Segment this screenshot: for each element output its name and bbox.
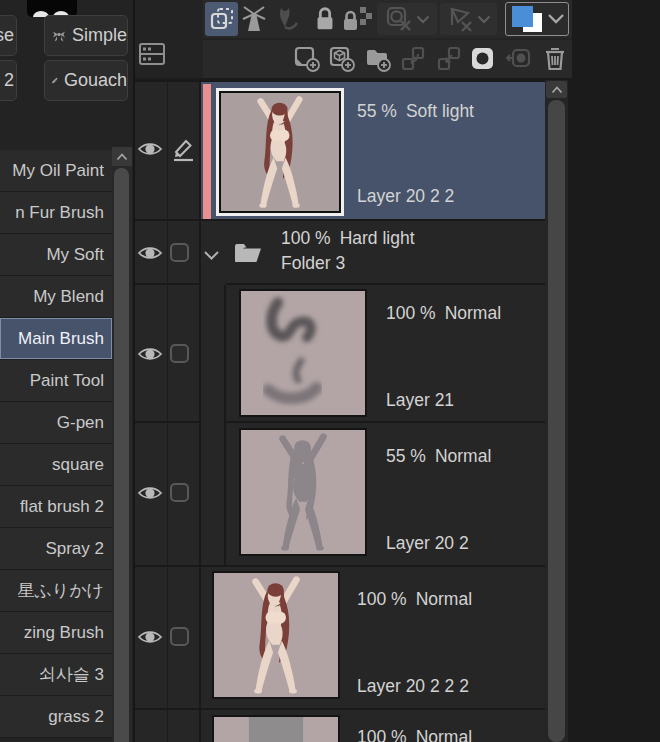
layer-checkbox[interactable] <box>170 243 189 262</box>
layer-thumbnail[interactable] <box>212 715 340 742</box>
brush-item[interactable]: My Blend <box>0 276 112 318</box>
brush-item[interactable]: 星ふりかけ <box>0 570 112 612</box>
layer-thumbnail[interactable] <box>216 88 344 216</box>
chevron-up-icon <box>116 153 128 161</box>
layer-visibility-eye-icon[interactable] <box>137 140 163 162</box>
correct-line-icon[interactable] <box>269 3 301 35</box>
palette-list-icon[interactable] <box>138 42 166 68</box>
bow-icon <box>51 23 67 48</box>
brush-item[interactable]: n Fur Brush <box>0 192 112 234</box>
lock-layer-icon[interactable] <box>311 3 339 35</box>
layer-visibility-eye-icon[interactable] <box>137 345 163 367</box>
layers-scroll-thumb[interactable] <box>548 100 565 742</box>
folder-icon[interactable] <box>232 240 264 270</box>
subtool-label: se <box>0 25 14 46</box>
apply-mask-icon[interactable] <box>503 44 533 74</box>
subtool-button-clipped[interactable]: 2 <box>0 60 17 101</box>
row-divider <box>135 708 546 710</box>
enable-keyframes-icon[interactable] <box>239 3 269 35</box>
layer-thumbnail[interactable] <box>239 428 367 556</box>
layer-opacity: 100 % <box>357 727 407 742</box>
merge-with-lower-icon[interactable] <box>434 44 464 74</box>
layer-blend-mode: Hard light <box>340 228 415 249</box>
brush-item[interactable]: Paint Tool <box>0 360 112 402</box>
row-divider <box>135 421 200 423</box>
layer-opacity: 100 % <box>386 303 436 324</box>
editing-pencil-icon <box>169 135 197 167</box>
selection-launcher-icon[interactable] <box>205 2 238 36</box>
layer-checkbox[interactable] <box>170 627 189 646</box>
brush-item[interactable]: zing Brush <box>0 612 112 654</box>
brush-item-selected[interactable]: Main Brush <box>0 318 112 360</box>
brush-item[interactable]: square <box>0 444 112 486</box>
clipping-off-icon[interactable] <box>384 4 414 34</box>
ruler-off-icon[interactable] <box>447 4 475 34</box>
layer-blend-mode: Normal <box>416 727 472 742</box>
subtool-label: Simple <box>72 25 127 46</box>
subtool-label: 2 <box>4 70 14 91</box>
layer-visibility-eye-icon[interactable] <box>137 628 163 650</box>
brush-item[interactable]: 쇠사슬 3 <box>0 654 112 696</box>
chevron-down-icon <box>549 15 563 22</box>
layer-opacity-mode: 100 % Hard light <box>281 228 415 249</box>
brush-item[interactable]: My Soft <box>0 234 112 276</box>
brush-icon <box>51 67 59 94</box>
brush-item[interactable]: flat brush 2 <box>0 486 112 528</box>
brush-item[interactable]: G-pen <box>0 402 112 444</box>
layer-opacity-mode: 100 % Normal <box>386 303 501 324</box>
create-layer-mask-icon[interactable] <box>468 44 498 74</box>
brush-item[interactable]: Spray 2 <box>0 528 112 570</box>
layer-checkbox[interactable] <box>170 344 189 363</box>
brush-list: My Oil Paint n Fur Brush My Soft My Blen… <box>0 150 112 738</box>
lock-transparent-pixels-icon[interactable] <box>340 3 372 35</box>
delete-layer-icon[interactable] <box>541 44 569 74</box>
layer-palette-corner <box>135 0 203 78</box>
row-divider <box>135 565 546 567</box>
brush-list-scroll-thumb[interactable] <box>114 168 129 742</box>
clip-studio-paint-layers-ui: { "subtool_panel": { "clipped_labels": [… <box>0 0 660 742</box>
subtool-button-gouache[interactable]: Gouach <box>44 60 128 101</box>
subtool-button-simple[interactable]: Simple <box>44 15 128 56</box>
layer-opacity-mode: 100 % Normal <box>357 589 472 610</box>
layer-name: Layer 20 2 2 <box>357 186 454 207</box>
layer-name: Folder 3 <box>281 253 345 274</box>
scroll-up-button[interactable] <box>546 81 567 98</box>
layer-name: Layer 20 2 <box>386 533 469 554</box>
brush-item[interactable]: grass 2 <box>0 696 112 738</box>
column-divider <box>199 80 201 742</box>
layer-palette-toolbar <box>203 0 572 78</box>
chevron-down-icon[interactable] <box>416 10 430 28</box>
transfer-to-lower-icon[interactable] <box>398 44 428 74</box>
layer-opacity: 100 % <box>281 228 331 249</box>
layer-checkbox[interactable] <box>170 483 189 502</box>
brush-item[interactable]: My Oil Paint <box>0 150 112 192</box>
new-raster-layer-icon[interactable] <box>292 44 322 74</box>
subtool-button-clipped[interactable]: se <box>0 15 17 56</box>
layer-color-label[interactable] <box>203 84 211 219</box>
new-vector-layer-icon[interactable] <box>327 44 357 74</box>
row-divider <box>135 219 546 221</box>
folder-expand-chevron-icon[interactable] <box>203 247 220 265</box>
primary-color-swatch <box>512 6 533 27</box>
subtool-sidebar: se 2 Simple Gouach My Oil Paint n Fur Br… <box>0 0 133 742</box>
layer-name: Layer 21 <box>386 390 454 411</box>
layer-blend-mode: Normal <box>435 446 491 467</box>
row-divider <box>226 283 546 285</box>
subtool-label: Gouach <box>64 70 127 91</box>
layer-visibility-eye-icon[interactable] <box>137 484 163 506</box>
layer-name: Layer 20 2 2 2 <box>357 676 469 697</box>
row-divider <box>135 283 200 285</box>
column-divider <box>167 80 168 742</box>
layer-thumbnail[interactable] <box>212 571 340 699</box>
new-folder-icon[interactable] <box>363 44 393 74</box>
chevron-down-icon[interactable] <box>477 10 491 28</box>
layer-blend-mode: Normal <box>445 303 501 324</box>
layer-visibility-eye-icon[interactable] <box>137 244 163 266</box>
layer-opacity: 55 % <box>386 446 426 467</box>
scroll-up-button[interactable] <box>112 147 132 166</box>
layer-color-swatch-button[interactable] <box>505 2 569 36</box>
layer-thumbnail[interactable] <box>239 289 367 417</box>
toolbar-row-divider <box>203 38 572 40</box>
layer-blend-mode: Soft light <box>406 101 474 122</box>
chevron-up-icon <box>551 86 563 94</box>
